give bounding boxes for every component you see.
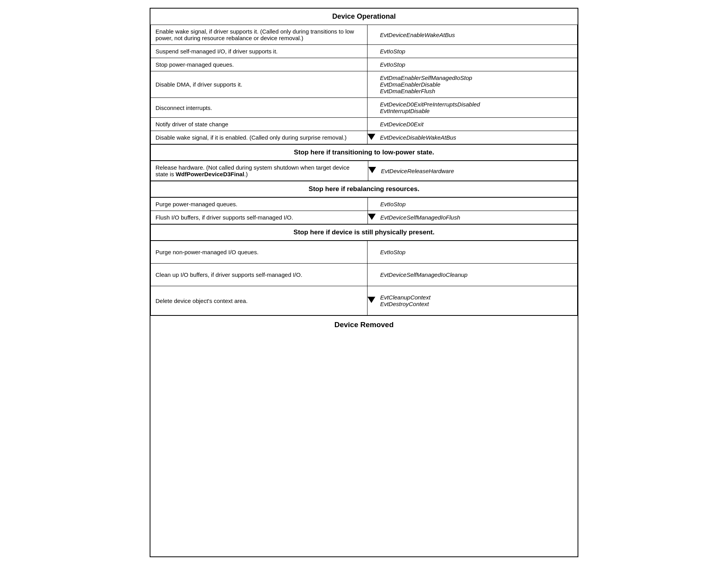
- table-row: Suspend self-managed I/O, if driver supp…: [151, 45, 578, 58]
- mid-divider: [367, 25, 375, 45]
- section3-table: Purge power-managed queues. EvtIoStop Fl…: [150, 197, 578, 224]
- right-cell: EvtIoStop: [375, 241, 577, 264]
- table-row: Delete device object's context area. Evt…: [151, 286, 578, 315]
- table-row: Flush I/O buffers, if driver supports se…: [151, 211, 578, 224]
- mid-divider: [367, 58, 375, 71]
- diagram-container: Device Operational Enable wake signal, i…: [150, 8, 578, 557]
- page-title: Device Operational: [150, 9, 578, 25]
- left-cell: Delete device object's context area.: [151, 286, 368, 315]
- left-cell: Stop power-managed queues.: [151, 58, 368, 71]
- left-cell: Purge non-power-managed I/O queues.: [151, 241, 368, 264]
- right-cell: EvtIoStop: [375, 45, 578, 58]
- left-cell: Enable wake signal, if driver supports i…: [151, 25, 368, 45]
- mid-divider: [368, 211, 376, 224]
- right-cell: EvtDeviceEnableWakeAtBus: [375, 25, 578, 45]
- table-row: Purge non-power-managed I/O queues. EvtI…: [151, 241, 578, 264]
- mid-divider: [368, 161, 376, 181]
- mid-divider: [367, 98, 375, 118]
- right-cell: EvtDeviceReleaseHardware: [376, 161, 577, 181]
- right-cell: EvtDeviceDisableWakeAtBus: [375, 131, 578, 144]
- table-row: Release hardware. (Not called during sys…: [151, 161, 578, 181]
- section2-table: Release hardware. (Not called during sys…: [150, 161, 578, 181]
- stop3-header: Stop here if device is still physically …: [150, 224, 578, 241]
- table-row: Clean up I/O buffers, if driver supports…: [151, 264, 578, 286]
- right-cell: EvtDeviceSelfManagedIoCleanup: [375, 264, 577, 286]
- table-row: Enable wake signal, if driver supports i…: [151, 25, 578, 45]
- left-cell: Disconnect interrupts.: [151, 98, 368, 118]
- mid-divider: [367, 118, 375, 131]
- left-cell: Disable wake signal, if it is enabled. (…: [151, 131, 368, 144]
- mid-divider: [368, 241, 376, 264]
- bold-text: WdfPowerDeviceD3Final: [176, 171, 244, 177]
- mid-divider: [367, 131, 375, 144]
- mid-divider: [368, 198, 376, 211]
- left-cell: Flush I/O buffers, if driver supports se…: [151, 211, 368, 224]
- table-row: Notify driver of state change EvtDeviceD…: [151, 118, 578, 131]
- left-cell: Release hardware. (Not called during sys…: [151, 161, 368, 181]
- table-row: Stop power-managed queues. EvtIoStop: [151, 58, 578, 71]
- right-cell: EvtDeviceD0Exit: [375, 118, 578, 131]
- section4-table: Purge non-power-managed I/O queues. EvtI…: [150, 241, 578, 315]
- mid-divider: [368, 264, 376, 286]
- mid-divider: [367, 45, 375, 58]
- table-row: Disable wake signal, if it is enabled. (…: [151, 131, 578, 144]
- mid-divider: [367, 71, 375, 98]
- left-cell: Clean up I/O buffers, if driver supports…: [151, 264, 368, 286]
- right-cell: EvtDeviceSelfManagedIoFlush: [376, 211, 578, 224]
- left-cell: Notify driver of state change: [151, 118, 368, 131]
- stop1-header: Stop here if transitioning to low-power …: [150, 144, 578, 161]
- table-row: Disable DMA, if driver supports it. EvtD…: [151, 71, 578, 98]
- right-cell: EvtDeviceD0ExitPreInterruptsDisabled Evt…: [375, 98, 578, 118]
- table-row: Purge power-managed queues. EvtIoStop: [151, 198, 578, 211]
- left-cell: Disable DMA, if driver supports it.: [151, 71, 368, 98]
- section1-table: Enable wake signal, if driver supports i…: [150, 25, 578, 144]
- right-cell: EvtDmaEnablerSelfManagedIoStop EvtDmaEna…: [375, 71, 578, 98]
- page-footer: Device Removed: [150, 315, 578, 334]
- left-cell: Purge power-managed queues.: [151, 198, 368, 211]
- left-cell: Suspend self-managed I/O, if driver supp…: [151, 45, 368, 58]
- mid-divider: [368, 286, 376, 315]
- right-cell: EvtIoStop: [376, 198, 578, 211]
- table-row: Disconnect interrupts. EvtDeviceD0ExitPr…: [151, 98, 578, 118]
- right-cell: EvtIoStop: [375, 58, 578, 71]
- stop2-header: Stop here if rebalancing resources.: [150, 181, 578, 197]
- right-cell: EvtCleanupContext EvtDestroyContext: [375, 286, 577, 315]
